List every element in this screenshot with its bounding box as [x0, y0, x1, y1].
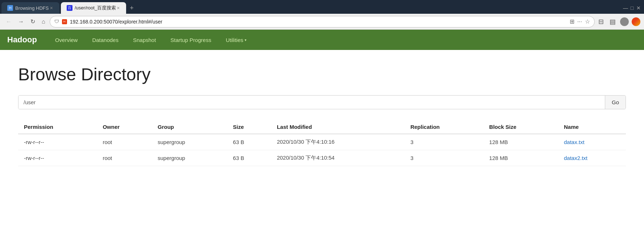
nav-utilities-label: Utilities [226, 37, 243, 43]
nav-snapshot[interactable]: Snapshot [126, 30, 163, 50]
cell-owner-1: root [97, 134, 152, 150]
forward-button[interactable]: → [16, 17, 26, 26]
path-search-input[interactable] [18, 96, 605, 109]
cell-replication-2: 3 [404, 150, 483, 166]
nav-utilities[interactable]: Utilities ▾ [219, 30, 254, 50]
navigation-bar: ← → ↻ ⌂ 🛡 H 192.168.0.200:50070/explorer… [0, 14, 644, 30]
col-group: Group [152, 120, 227, 134]
tab1-label: Browsing HDFS [15, 5, 49, 11]
nav-startup-progress[interactable]: Startup Progress [163, 30, 219, 50]
cell-group-1: supergroup [152, 134, 227, 150]
nav-overview[interactable]: Overview [48, 30, 85, 50]
minimize-button[interactable]: — [623, 5, 628, 10]
table-row: -rw-r--r-- root supergroup 63 B 2020/10/… [18, 134, 626, 150]
firefox-icon [632, 17, 640, 26]
cell-size-2: 63 B [227, 150, 271, 166]
cell-name-1[interactable]: datax.txt [558, 134, 626, 150]
tab2-favicon: 百 [67, 5, 72, 11]
tab-browsing-hdfs[interactable]: H Browsing HDFS × [1, 2, 59, 14]
tab-bar: H Browsing HDFS × 百 /user/root_百度搜索 × + … [0, 0, 644, 14]
cell-blocksize-1: 128 MB [483, 134, 558, 150]
page-content: Browse Directory Go Permission Owner Gro… [0, 50, 644, 177]
cell-group-2: supergroup [152, 150, 227, 166]
nav-right-icons: ⊟ ▤ [597, 17, 640, 26]
reload-button[interactable]: ↻ [28, 17, 37, 26]
col-permission: Permission [18, 120, 97, 134]
file-link-1[interactable]: datax.txt [564, 139, 585, 145]
page-title: Browse Directory [18, 64, 626, 84]
col-owner: Owner [97, 120, 152, 134]
cell-name-2[interactable]: datax2.txt [558, 150, 626, 166]
table-row: -rw-r--r-- root supergroup 63 B 2020/10/… [18, 150, 626, 166]
cell-modified-2: 2020/10/30 下午4:10:54 [271, 150, 405, 166]
col-replication: Replication [404, 120, 483, 134]
tab-baidu-search[interactable]: 百 /user/root_百度搜索 × [61, 2, 126, 14]
account-avatar[interactable] [620, 17, 629, 26]
cell-permission-2: -rw-r--r-- [18, 150, 97, 166]
path-search-bar: Go [18, 95, 626, 109]
hadoop-brand[interactable]: Hadoop [7, 35, 37, 45]
nav-datanodes[interactable]: Datanodes [85, 30, 126, 50]
col-name: Name [558, 120, 626, 134]
site-favicon: H [62, 19, 67, 24]
back-button[interactable]: ← [4, 17, 14, 26]
cell-modified-1: 2020/10/30 下午4:10:16 [271, 134, 405, 150]
table-body: -rw-r--r-- root supergroup 63 B 2020/10/… [18, 134, 626, 166]
extensions-icon[interactable]: ⊟ [597, 17, 605, 26]
cell-permission-1: -rw-r--r-- [18, 134, 97, 150]
close-button[interactable]: ✕ [636, 5, 641, 10]
tab1-favicon: H [7, 5, 13, 11]
hadoop-navbar: Hadoop Overview Datanodes Snapshot Start… [0, 30, 644, 50]
utilities-dropdown-arrow: ▾ [245, 38, 246, 42]
hadoop-nav-links: Overview Datanodes Snapshot Startup Prog… [48, 30, 254, 50]
cell-owner-2: root [97, 150, 152, 166]
new-tab-button[interactable]: + [126, 2, 137, 14]
maximize-button[interactable]: □ [630, 5, 635, 10]
qr-icon[interactable]: ⊞ [570, 18, 574, 25]
search-go-button[interactable]: Go [605, 96, 626, 109]
col-size: Size [227, 120, 271, 134]
more-icon[interactable]: ··· [577, 18, 582, 25]
tab2-label: /user/root_百度搜索 [75, 5, 116, 11]
home-button[interactable]: ⌂ [40, 17, 47, 26]
bookmark-icon[interactable]: ☆ [585, 18, 590, 25]
cell-size-1: 63 B [227, 134, 271, 150]
tab1-close[interactable]: × [49, 5, 54, 11]
browser-chrome: H Browsing HDFS × 百 /user/root_百度搜索 × + … [0, 0, 644, 30]
tab2-close[interactable]: × [116, 5, 120, 11]
address-text: 192.168.0.200:50070/explorer.html#/user [70, 19, 567, 25]
col-block-size: Block Size [483, 120, 558, 134]
address-bar[interactable]: 🛡 H 192.168.0.200:50070/explorer.html#/u… [50, 16, 595, 28]
shield-icon: 🛡 [54, 19, 59, 24]
file-link-2[interactable]: datax2.txt [564, 155, 587, 161]
window-controls: — □ ✕ [623, 5, 644, 10]
file-table: Permission Owner Group Size Last Modifie… [18, 120, 626, 166]
cell-blocksize-2: 128 MB [483, 150, 558, 166]
table-header: Permission Owner Group Size Last Modifie… [18, 120, 626, 134]
sidebar-icon[interactable]: ▤ [608, 17, 617, 26]
col-last-modified: Last Modified [271, 120, 405, 134]
cell-replication-1: 3 [404, 134, 483, 150]
